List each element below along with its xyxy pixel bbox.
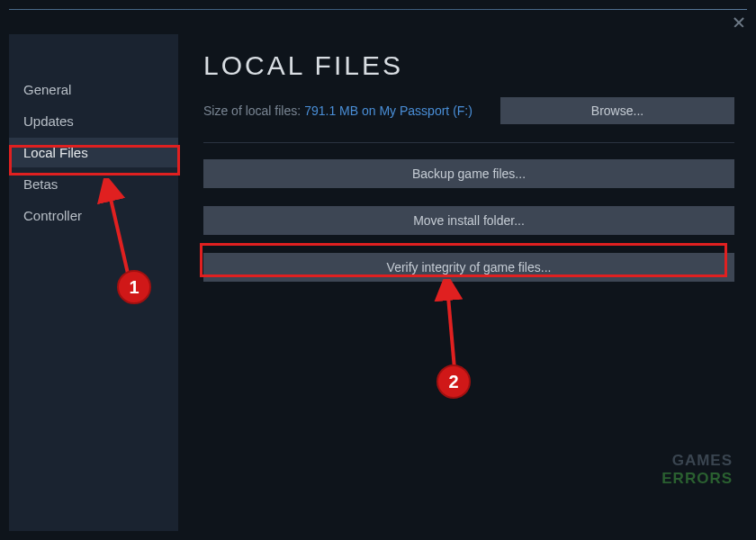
window-top-border — [9, 9, 747, 10]
verify-integrity-button[interactable]: Verify integrity of game files... — [203, 253, 734, 282]
sidebar-item-betas[interactable]: Betas — [9, 169, 178, 199]
watermark-line2: ERRORS — [662, 470, 733, 488]
divider — [203, 142, 734, 143]
page-title: LOCAL FILES — [203, 50, 734, 81]
sidebar-item-general[interactable]: General — [9, 75, 178, 104]
sidebar-item-controller[interactable]: Controller — [9, 201, 178, 230]
watermark: GAMES ERRORS — [662, 452, 733, 488]
sidebar-item-local-files[interactable]: Local Files — [9, 138, 178, 167]
size-row: Size of local files: 791.1 MB on My Pass… — [203, 97, 734, 124]
size-label: Size of local files: — [203, 104, 301, 118]
sidebar: General Updates Local Files Betas Contro… — [9, 34, 178, 531]
main-container: General Updates Local Files Betas Contro… — [9, 34, 747, 531]
close-icon[interactable] — [733, 16, 745, 29]
browse-button[interactable]: Browse... — [500, 97, 734, 124]
move-install-folder-button[interactable]: Move install folder... — [203, 206, 734, 235]
watermark-line1: GAMES — [662, 452, 733, 470]
sidebar-item-updates[interactable]: Updates — [9, 106, 178, 136]
size-value: 791.1 MB on My Passport (F:) — [304, 104, 472, 118]
backup-game-files-button[interactable]: Backup game files... — [203, 159, 734, 188]
